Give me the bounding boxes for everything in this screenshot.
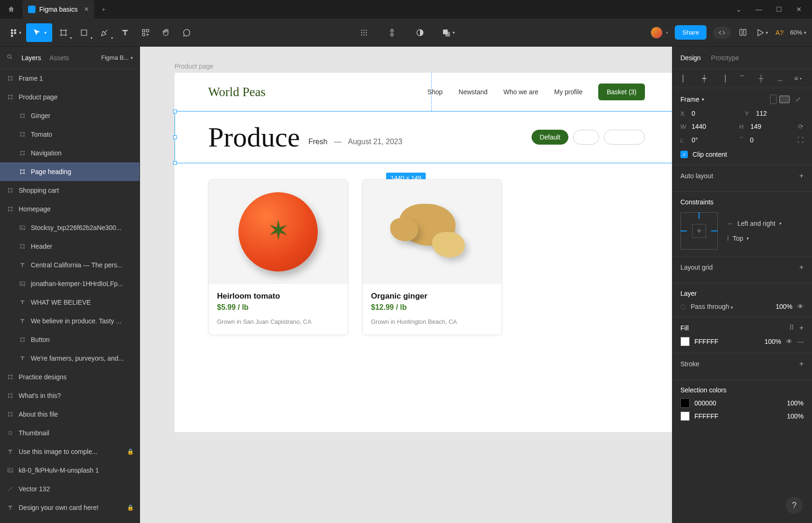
selcolor-swatch-0[interactable] bbox=[680, 398, 690, 408]
hand-tool[interactable] bbox=[157, 23, 175, 42]
align-top-icon[interactable]: ⎴ bbox=[737, 74, 747, 83]
radius-value[interactable]: 0 bbox=[750, 136, 754, 144]
fill-hex[interactable]: FFFFFF bbox=[694, 338, 760, 345]
layer-item[interactable]: Stocksy_txp226f62b2aNe300... bbox=[0, 218, 140, 237]
home-button[interactable] bbox=[0, 0, 22, 19]
blend-icon[interactable]: ◌ bbox=[680, 303, 686, 310]
layer-item[interactable]: About this file bbox=[0, 405, 140, 424]
frame-label[interactable]: Product page bbox=[175, 63, 213, 70]
constraint-horizontal[interactable]: ↔Left and right▾ bbox=[727, 220, 782, 227]
resize-fit-icon[interactable]: ⤢ bbox=[792, 95, 804, 104]
maximize-icon[interactable]: ☐ bbox=[776, 6, 782, 13]
frame-tool[interactable]: ▾ bbox=[54, 23, 73, 42]
layer-item[interactable]: Thumbnail bbox=[0, 424, 140, 442]
layer-item[interactable]: We believe in produce. Tasty ... bbox=[0, 312, 140, 330]
clip-content-checkbox[interactable]: ✓ bbox=[680, 151, 688, 158]
distribute-icon[interactable]: ≡▾ bbox=[794, 74, 804, 83]
add-stroke-button[interactable]: + bbox=[799, 360, 804, 368]
zoom-menu[interactable]: 60%▾ bbox=[790, 29, 806, 36]
missing-fonts-icon[interactable]: A? bbox=[776, 29, 784, 36]
fill-style-icon[interactable]: ⠿ bbox=[789, 324, 794, 332]
layer-item[interactable]: What's in this? bbox=[0, 386, 140, 405]
y-value[interactable]: 112 bbox=[756, 110, 767, 117]
align-left-icon[interactable]: ▏ bbox=[680, 74, 690, 83]
page-selector[interactable]: Figma B...▾ bbox=[101, 54, 133, 61]
tab-prototype[interactable]: Prototype bbox=[711, 54, 739, 62]
layer-item[interactable]: Practice designs bbox=[0, 368, 140, 386]
tab-figma-basics[interactable]: Figma basics × bbox=[22, 0, 94, 19]
tab-assets[interactable]: Assets bbox=[49, 54, 69, 62]
layer-item[interactable]: Frame 1 bbox=[0, 69, 140, 88]
pen-tool[interactable]: ▾ bbox=[95, 23, 114, 42]
visibility-icon[interactable]: 👁 bbox=[797, 303, 804, 310]
avatar-chevron-icon[interactable]: ▾ bbox=[666, 30, 668, 35]
layer-item[interactable]: Ginger bbox=[0, 106, 140, 125]
remove-fill-button[interactable]: — bbox=[797, 338, 804, 345]
add-layout-grid-button[interactable]: + bbox=[799, 263, 804, 272]
shape-tool[interactable]: ▾ bbox=[75, 23, 93, 42]
blend-mode[interactable]: Pass through ▾ bbox=[691, 303, 771, 310]
layer-item[interactable]: Design your own card here!🔒 bbox=[0, 498, 140, 517]
move-tool[interactable]: ▾ bbox=[26, 23, 52, 42]
align-bottom-icon[interactable]: ⎵ bbox=[775, 74, 784, 83]
share-button[interactable]: Share bbox=[675, 25, 707, 40]
library-icon[interactable] bbox=[737, 23, 749, 42]
link-wh-icon[interactable]: ⟳ bbox=[798, 123, 804, 130]
present-icon[interactable]: ▾ bbox=[755, 23, 769, 42]
resources-tool[interactable] bbox=[136, 23, 155, 42]
minimize-icon[interactable]: — bbox=[756, 6, 762, 13]
x-value[interactable]: 0 bbox=[692, 110, 695, 117]
align-vcenter-icon[interactable]: ┼ bbox=[756, 74, 766, 83]
layer-item[interactable]: WHAT WE BELIEVE bbox=[0, 293, 140, 312]
layer-item[interactable]: Homepage bbox=[0, 200, 140, 218]
layer-item[interactable]: Page heading bbox=[0, 162, 140, 181]
comment-tool[interactable] bbox=[177, 23, 196, 42]
component-icon[interactable] bbox=[383, 23, 401, 42]
dev-mode-toggle[interactable] bbox=[713, 27, 731, 39]
tab-design[interactable]: Design bbox=[680, 54, 701, 62]
add-auto-layout-button[interactable]: + bbox=[799, 172, 804, 180]
layer-item[interactable]: jonathan-kemper-1HHrdIoLFp... bbox=[0, 274, 140, 293]
layer-opacity[interactable]: 100% bbox=[776, 303, 792, 310]
tab-layers[interactable]: Layers bbox=[21, 54, 41, 62]
add-fill-button[interactable]: + bbox=[799, 324, 804, 332]
layer-item[interactable]: Central California — The pers... bbox=[0, 256, 140, 274]
fill-opacity[interactable]: 100% bbox=[764, 338, 781, 345]
search-icon[interactable] bbox=[7, 54, 13, 62]
layout-grid-icon[interactable] bbox=[355, 23, 373, 42]
w-value[interactable]: 1440 bbox=[692, 123, 706, 130]
constraint-vertical[interactable]: ITop▾ bbox=[727, 235, 782, 242]
portrait-icon[interactable] bbox=[770, 95, 777, 104]
boolean-icon[interactable]: ▾ bbox=[439, 23, 457, 42]
layer-item[interactable]: Header bbox=[0, 237, 140, 256]
main-menu-button[interactable]: ▾ bbox=[6, 23, 24, 42]
layer-item[interactable]: Navigation bbox=[0, 144, 140, 162]
align-right-icon[interactable]: ▕ bbox=[718, 74, 728, 83]
fill-swatch[interactable] bbox=[680, 337, 690, 346]
layer-item[interactable]: We're farmers, purveyors, and... bbox=[0, 349, 140, 368]
close-window-icon[interactable]: ✕ bbox=[796, 6, 802, 13]
landscape-icon[interactable] bbox=[779, 96, 790, 103]
avatar[interactable] bbox=[650, 26, 663, 39]
align-hcenter-icon[interactable]: ┿ bbox=[700, 74, 709, 83]
layer-item[interactable]: Product page bbox=[0, 88, 140, 106]
independent-corners-icon[interactable]: ⛶ bbox=[797, 136, 804, 144]
constraint-widget[interactable]: + bbox=[680, 212, 718, 250]
text-tool[interactable] bbox=[116, 23, 134, 42]
chevron-down-icon[interactable]: ⌄ bbox=[736, 6, 742, 13]
h-value[interactable]: 149 bbox=[750, 123, 761, 130]
rotation-value[interactable]: 0° bbox=[692, 136, 698, 144]
layer-item[interactable]: Button bbox=[0, 330, 140, 349]
lock-icon[interactable]: 🔒 bbox=[127, 504, 134, 511]
add-tab-button[interactable]: + bbox=[94, 6, 113, 13]
layer-item[interactable]: Tomato bbox=[0, 125, 140, 144]
help-button[interactable]: ? bbox=[786, 497, 803, 514]
frame-type[interactable]: Frame▾ bbox=[680, 96, 704, 103]
lock-icon[interactable]: 🔒 bbox=[127, 448, 134, 455]
layer-item[interactable]: Shopping cart bbox=[0, 181, 140, 200]
fill-visibility-icon[interactable]: 👁 bbox=[786, 338, 792, 345]
layer-item[interactable]: Use this image to comple...🔒 bbox=[0, 442, 140, 461]
canvas[interactable]: Product page World Peas Shop Newstand Wh… bbox=[140, 47, 672, 523]
layer-item[interactable]: k8-0_fkPHulv-M-unsplash 1 bbox=[0, 461, 140, 480]
close-tab-icon[interactable]: × bbox=[84, 5, 88, 14]
